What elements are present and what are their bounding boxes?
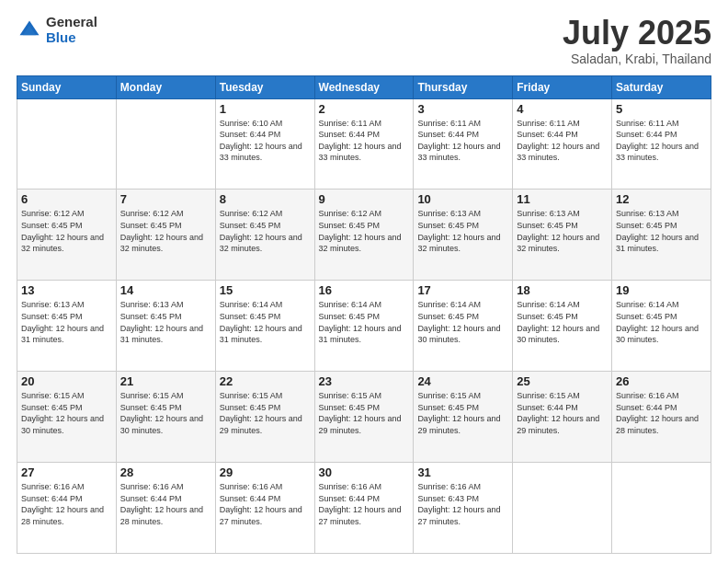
calendar-cell: 13Sunrise: 6:13 AMSunset: 6:45 PMDayligh… [17, 281, 117, 372]
cell-details: Sunrise: 6:16 AMSunset: 6:44 PMDaylight:… [220, 481, 311, 527]
calendar-cell: 18Sunrise: 6:14 AMSunset: 6:45 PMDayligh… [513, 281, 612, 372]
calendar-cell: 24Sunrise: 6:15 AMSunset: 6:45 PMDayligh… [414, 372, 513, 463]
calendar-header-row: SundayMondayTuesdayWednesdayThursdayFrid… [17, 75, 711, 98]
calendar-cell: 5Sunrise: 6:11 AMSunset: 6:44 PMDaylight… [612, 98, 711, 190]
cell-details: Sunrise: 6:16 AMSunset: 6:44 PMDaylight:… [21, 481, 112, 527]
day-number: 16 [319, 283, 410, 297]
day-number: 1 [220, 102, 311, 116]
month-title: July 2025 [563, 15, 711, 52]
day-number: 29 [220, 465, 311, 479]
calendar-cell: 1Sunrise: 6:10 AMSunset: 6:44 PMDaylight… [215, 98, 314, 190]
calendar-cell: 6Sunrise: 6:12 AMSunset: 6:45 PMDaylight… [17, 190, 117, 281]
cell-details: Sunrise: 6:12 AMSunset: 6:45 PMDaylight:… [120, 208, 211, 254]
day-number: 5 [616, 102, 707, 116]
cell-details: Sunrise: 6:13 AMSunset: 6:45 PMDaylight:… [517, 208, 608, 254]
cell-details: Sunrise: 6:15 AMSunset: 6:45 PMDaylight:… [120, 390, 211, 436]
day-number: 27 [21, 465, 112, 479]
day-number: 14 [120, 283, 211, 297]
cell-details: Sunrise: 6:13 AMSunset: 6:45 PMDaylight:… [21, 299, 112, 345]
day-of-week-saturday: Saturday [612, 75, 711, 98]
day-number: 2 [319, 102, 410, 116]
cell-details: Sunrise: 6:15 AMSunset: 6:45 PMDaylight:… [417, 390, 508, 436]
calendar-cell: 27Sunrise: 6:16 AMSunset: 6:44 PMDayligh… [17, 463, 117, 554]
cell-details: Sunrise: 6:15 AMSunset: 6:45 PMDaylight:… [319, 390, 410, 436]
day-number: 20 [21, 374, 112, 388]
cell-details: Sunrise: 6:16 AMSunset: 6:44 PMDaylight:… [120, 481, 211, 527]
day-number: 3 [417, 102, 508, 116]
day-number: 18 [517, 283, 608, 297]
cell-details: Sunrise: 6:14 AMSunset: 6:45 PMDaylight:… [517, 299, 608, 345]
day-number: 8 [220, 192, 311, 206]
cell-details: Sunrise: 6:15 AMSunset: 6:45 PMDaylight:… [21, 390, 112, 436]
cell-details: Sunrise: 6:11 AMSunset: 6:44 PMDaylight:… [517, 118, 608, 164]
calendar-cell: 10Sunrise: 6:13 AMSunset: 6:45 PMDayligh… [414, 190, 513, 281]
day-number: 31 [417, 465, 508, 479]
calendar-cell: 29Sunrise: 6:16 AMSunset: 6:44 PMDayligh… [215, 463, 314, 554]
logo-blue-text: Blue [46, 30, 97, 46]
cell-details: Sunrise: 6:16 AMSunset: 6:44 PMDaylight:… [616, 390, 707, 436]
calendar-week-3: 13Sunrise: 6:13 AMSunset: 6:45 PMDayligh… [17, 281, 711, 372]
calendar-cell: 31Sunrise: 6:16 AMSunset: 6:43 PMDayligh… [414, 463, 513, 554]
calendar-cell: 21Sunrise: 6:15 AMSunset: 6:45 PMDayligh… [116, 372, 215, 463]
cell-details: Sunrise: 6:10 AMSunset: 6:44 PMDaylight:… [220, 118, 311, 164]
day-number: 12 [616, 192, 707, 206]
calendar-cell: 11Sunrise: 6:13 AMSunset: 6:45 PMDayligh… [513, 190, 612, 281]
calendar-cell: 2Sunrise: 6:11 AMSunset: 6:44 PMDaylight… [314, 98, 414, 190]
day-number: 6 [21, 192, 112, 206]
cell-details: Sunrise: 6:16 AMSunset: 6:43 PMDaylight:… [417, 481, 508, 527]
logo-general-text: General [46, 15, 97, 30]
calendar-cell: 16Sunrise: 6:14 AMSunset: 6:45 PMDayligh… [314, 281, 414, 372]
calendar-cell: 15Sunrise: 6:14 AMSunset: 6:45 PMDayligh… [215, 281, 314, 372]
cell-details: Sunrise: 6:16 AMSunset: 6:44 PMDaylight:… [319, 481, 410, 527]
calendar-cell: 7Sunrise: 6:12 AMSunset: 6:45 PMDaylight… [116, 190, 215, 281]
calendar-cell: 17Sunrise: 6:14 AMSunset: 6:45 PMDayligh… [414, 281, 513, 372]
header: General Blue July 2025 Saladan, Krabi, T… [17, 15, 711, 66]
cell-details: Sunrise: 6:14 AMSunset: 6:45 PMDaylight:… [417, 299, 508, 345]
day-of-week-friday: Friday [513, 75, 612, 98]
calendar-week-4: 20Sunrise: 6:15 AMSunset: 6:45 PMDayligh… [17, 372, 711, 463]
calendar-cell [612, 463, 711, 554]
calendar-week-1: 1Sunrise: 6:10 AMSunset: 6:44 PMDaylight… [17, 98, 711, 190]
day-number: 24 [417, 374, 508, 388]
calendar-cell: 3Sunrise: 6:11 AMSunset: 6:44 PMDaylight… [414, 98, 513, 190]
title-section: July 2025 Saladan, Krabi, Thailand [563, 15, 711, 66]
day-of-week-tuesday: Tuesday [215, 75, 314, 98]
logo-icon [17, 17, 42, 43]
day-number: 15 [220, 283, 311, 297]
day-number: 11 [517, 192, 608, 206]
logo: General Blue [17, 15, 97, 45]
cell-details: Sunrise: 6:13 AMSunset: 6:45 PMDaylight:… [120, 299, 211, 345]
cell-details: Sunrise: 6:14 AMSunset: 6:45 PMDaylight:… [220, 299, 311, 345]
calendar-cell: 22Sunrise: 6:15 AMSunset: 6:45 PMDayligh… [215, 372, 314, 463]
calendar-cell: 20Sunrise: 6:15 AMSunset: 6:45 PMDayligh… [17, 372, 117, 463]
day-of-week-thursday: Thursday [414, 75, 513, 98]
cell-details: Sunrise: 6:11 AMSunset: 6:44 PMDaylight:… [417, 118, 508, 164]
day-number: 28 [120, 465, 211, 479]
calendar-cell: 19Sunrise: 6:14 AMSunset: 6:45 PMDayligh… [612, 281, 711, 372]
calendar-cell: 14Sunrise: 6:13 AMSunset: 6:45 PMDayligh… [116, 281, 215, 372]
day-of-week-monday: Monday [116, 75, 215, 98]
calendar-cell: 28Sunrise: 6:16 AMSunset: 6:44 PMDayligh… [116, 463, 215, 554]
calendar-cell: 30Sunrise: 6:16 AMSunset: 6:44 PMDayligh… [314, 463, 414, 554]
page: General Blue July 2025 Saladan, Krabi, T… [0, 0, 728, 563]
cell-details: Sunrise: 6:14 AMSunset: 6:45 PMDaylight:… [616, 299, 707, 345]
calendar-cell: 9Sunrise: 6:12 AMSunset: 6:45 PMDaylight… [314, 190, 414, 281]
cell-details: Sunrise: 6:14 AMSunset: 6:45 PMDaylight:… [319, 299, 410, 345]
calendar-cell [116, 98, 215, 190]
cell-details: Sunrise: 6:13 AMSunset: 6:45 PMDaylight:… [616, 208, 707, 254]
cell-details: Sunrise: 6:15 AMSunset: 6:44 PMDaylight:… [517, 390, 608, 436]
day-of-week-wednesday: Wednesday [314, 75, 414, 98]
day-number: 9 [319, 192, 410, 206]
day-number: 26 [616, 374, 707, 388]
location-subtitle: Saladan, Krabi, Thailand [563, 52, 711, 66]
cell-details: Sunrise: 6:11 AMSunset: 6:44 PMDaylight:… [319, 118, 410, 164]
day-number: 17 [417, 283, 508, 297]
day-number: 21 [120, 374, 211, 388]
day-number: 25 [517, 374, 608, 388]
calendar-cell: 26Sunrise: 6:16 AMSunset: 6:44 PMDayligh… [612, 372, 711, 463]
day-number: 4 [517, 102, 608, 116]
day-of-week-sunday: Sunday [17, 75, 117, 98]
day-number: 7 [120, 192, 211, 206]
cell-details: Sunrise: 6:12 AMSunset: 6:45 PMDaylight:… [21, 208, 112, 254]
cell-details: Sunrise: 6:15 AMSunset: 6:45 PMDaylight:… [220, 390, 311, 436]
